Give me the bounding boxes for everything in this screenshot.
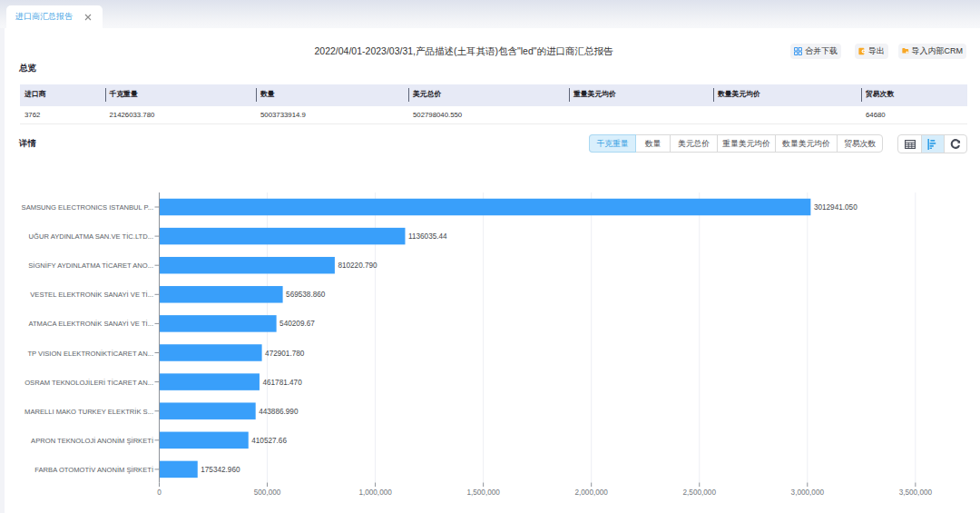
svg-text:OSRAM TEKNOLOJİLERİ TİCARET AN: OSRAM TEKNOLOJİLERİ TİCARET AN...	[24, 379, 153, 387]
svg-text:TP VISION ELEKTRONİKTİCARET AN: TP VISION ELEKTRONİKTİCARET AN...	[27, 350, 153, 358]
svg-text:175342.960: 175342.960	[201, 466, 240, 474]
svg-text:569538.860: 569538.860	[286, 291, 326, 299]
svg-text:1136035.44: 1136035.44	[408, 232, 447, 241]
svg-text:2,000,000: 2,000,000	[574, 488, 608, 497]
svg-text:FARBA OTOMOTİV ANONİM ŞİRKETİ: FARBA OTOMOTİV ANONİM ŞİRKETİ	[34, 466, 153, 474]
svg-text:540209.67: 540209.67	[279, 320, 315, 328]
svg-text:0: 0	[157, 488, 162, 497]
svg-text:1,500,000: 1,500,000	[466, 488, 500, 497]
svg-text:410527.66: 410527.66	[251, 437, 287, 445]
svg-text:APRON TEKNOLOJİ ANONİM ŞİRKETİ: APRON TEKNOLOJİ ANONİM ŞİRKETİ	[31, 437, 153, 445]
svg-text:VESTEL ELEKTRONİK SANAYİ VE Tİ: VESTEL ELEKTRONİK SANAYİ VE Tİ...	[30, 291, 153, 299]
svg-text:3,000,000: 3,000,000	[791, 488, 825, 497]
svg-text:SAMSUNG ELECTRONICS ISTANBUL P: SAMSUNG ELECTRONICS ISTANBUL P...	[22, 203, 153, 212]
svg-text:472901.780: 472901.780	[265, 350, 305, 358]
svg-text:500,000: 500,000	[254, 488, 281, 497]
svg-text:3012941.050: 3012941.050	[814, 203, 858, 212]
svg-text:UĞUR AYDINLATMA SAN.VE TİC.LTD: UĞUR AYDINLATMA SAN.VE TİC.LTD...	[29, 232, 153, 241]
svg-text:1,000,000: 1,000,000	[358, 488, 392, 497]
svg-text:443886.990: 443886.990	[259, 408, 299, 416]
svg-text:ATMACA ELEKTRONİK SANAYİ VE Tİ: ATMACA ELEKTRONİK SANAYİ VE Tİ...	[28, 320, 153, 328]
svg-text:2,500,000: 2,500,000	[683, 488, 717, 497]
svg-text:MARELLI MAKO TURKEY ELEKTRİK S: MARELLI MAKO TURKEY ELEKTRİK S...	[24, 408, 153, 416]
svg-text:461781.470: 461781.470	[262, 379, 302, 387]
svg-text:810220.790: 810220.790	[338, 261, 377, 270]
svg-text:3,500,000: 3,500,000	[899, 488, 933, 497]
svg-text:SİGNİFY AYDINLATMA TİCARET ANO: SİGNİFY AYDINLATMA TİCARET ANO...	[28, 261, 153, 270]
